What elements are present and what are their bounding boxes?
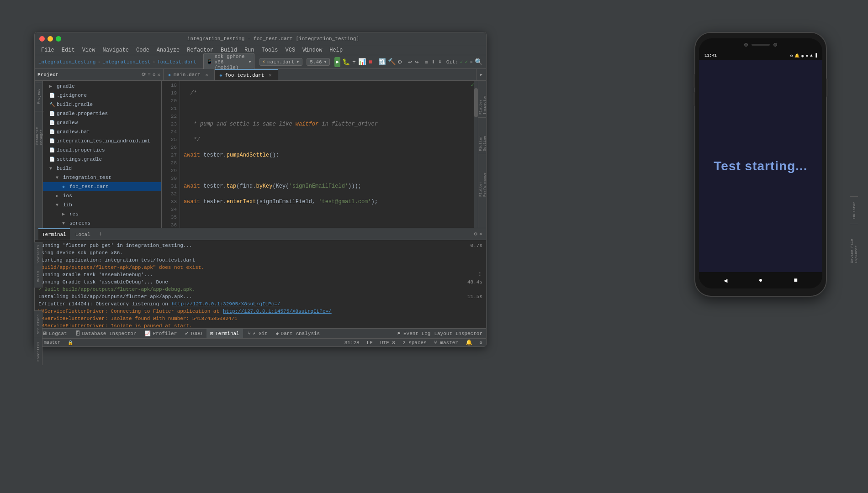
back-button[interactable]: ◀ xyxy=(721,276,730,285)
tree-item-screens[interactable]: ▼ screens xyxy=(43,219,161,228)
status-tab-dart-analysis[interactable]: ◆ Dart Analysis xyxy=(272,329,323,339)
tree-item-settings-gradle[interactable]: 📄 settings.gradle xyxy=(43,155,161,164)
flutter-inspector-panel[interactable]: Flutter Inspector xyxy=(478,81,486,117)
breadcrumb-file[interactable]: foo_test.dart xyxy=(157,59,196,65)
power-button[interactable] xyxy=(826,79,828,97)
breadcrumb-project[interactable]: integration_testing xyxy=(38,59,95,65)
vcs-button[interactable]: ⊞ xyxy=(424,58,429,67)
status-tab-git[interactable]: ⑂ ⚡ Git xyxy=(244,329,271,339)
menu-code[interactable]: Code xyxy=(133,45,152,55)
tree-item-res[interactable]: ▶ res xyxy=(43,210,161,219)
variants-panel[interactable]: Variants xyxy=(34,242,42,265)
tree-item-build-gradle[interactable]: 🔨 build.gradle xyxy=(43,100,161,109)
stop-button[interactable]: ■ xyxy=(368,58,373,67)
menu-tools[interactable]: Tools xyxy=(259,45,281,55)
tree-item-foo-test[interactable]: ◆ foo_test.dart xyxy=(43,182,161,191)
tree-item-build[interactable]: ▼ build xyxy=(43,164,161,173)
minimize-button[interactable] xyxy=(48,36,53,42)
menu-file[interactable]: File xyxy=(38,45,57,55)
menu-navigate[interactable]: Navigate xyxy=(100,45,132,55)
tree-item-gradlew[interactable]: 📄 gradlew xyxy=(43,118,161,127)
emulator-panel[interactable]: Emulator xyxy=(850,196,858,224)
device-file-explorer-panel[interactable]: Device File Explorer xyxy=(850,224,858,265)
tree-item-integration-test[interactable]: ▼ integration_test xyxy=(43,173,161,182)
run-config-dropdown[interactable]: ⚡ main.dart ▾ xyxy=(259,58,303,66)
favorites-panel[interactable]: Favorites xyxy=(34,338,42,365)
build-button[interactable]: 🔨 xyxy=(388,58,396,67)
scrollbar[interactable] xyxy=(474,81,478,228)
sdk-dropdown[interactable]: 📱 sdk gphone x86 (mobile) ▾ xyxy=(203,53,255,71)
observatory-link-2[interactable]: http://127.0.0.1:14575/X8suLrqILPc=/ xyxy=(223,308,332,315)
close-panel-icon[interactable]: ✕ xyxy=(157,72,160,78)
menu-edit[interactable]: Edit xyxy=(59,45,78,55)
collapse-icon[interactable]: ≡ xyxy=(148,72,151,78)
breadcrumb-module[interactable]: integration_test xyxy=(102,59,151,65)
notification-icon[interactable]: 🔔 xyxy=(466,339,472,346)
add-terminal-button[interactable]: + xyxy=(96,228,105,240)
flutter-outline-panel[interactable]: Flutter Outline xyxy=(478,117,486,154)
sync-icon[interactable]: ⟳ xyxy=(142,72,146,78)
sidebar-resource-tab[interactable]: Resource Manager xyxy=(35,111,44,147)
layout-inspector-link[interactable]: Layout Inspector xyxy=(434,331,482,336)
tree-item-lib[interactable]: ▼ lib xyxy=(43,200,161,210)
tree-item-ios[interactable]: ▶ ios xyxy=(43,191,161,200)
status-tab-terminal[interactable]: ⊡ Terminal xyxy=(206,329,243,339)
profile-button[interactable]: 📊 xyxy=(358,58,366,67)
term-tab-terminal[interactable]: Terminal xyxy=(38,228,70,240)
home-button[interactable]: ● xyxy=(756,276,765,285)
menu-window[interactable]: Window xyxy=(300,45,325,55)
settings-icon[interactable]: ⚙ xyxy=(474,231,477,237)
code-area[interactable]: 18 19 20 21 22 23 24 25 26 27 28 29 30 3… xyxy=(162,81,478,228)
zoom-dropdown[interactable]: 5.46 ▾ xyxy=(307,58,330,66)
sidebar-project-tab[interactable]: Project xyxy=(36,83,42,110)
tree-item-local-properties[interactable]: 📄 local.properties xyxy=(43,146,161,155)
volume-down-button[interactable] xyxy=(693,92,695,106)
search-button[interactable]: 🔍 xyxy=(475,58,482,67)
build-panel[interactable]: Build xyxy=(34,265,42,288)
menu-help[interactable]: Help xyxy=(327,45,345,55)
tab-main-dart[interactable]: ◆ main.dart ✕ xyxy=(164,69,215,80)
tree-item-android-iml[interactable]: 📄 integration_testing_android.iml xyxy=(43,136,161,146)
tree-item-gitignore[interactable]: 📄 .gitignore xyxy=(43,91,161,100)
status-tab-logcat[interactable]: 🖥 Logcat xyxy=(38,329,71,339)
tab-close-icon[interactable]: ✕ xyxy=(267,72,273,79)
volume-up-button[interactable] xyxy=(693,74,695,88)
maximize-button[interactable] xyxy=(56,36,61,42)
code-content[interactable]: /* * pump and settle is same like waitfo… xyxy=(180,81,474,228)
indent[interactable]: 2 spaces xyxy=(402,340,427,346)
pull-button[interactable]: ⬇ xyxy=(438,58,443,67)
term-tab-local[interactable]: Local xyxy=(72,228,94,240)
settings-button[interactable]: ⚙ xyxy=(397,58,402,67)
flutter-performance-panel[interactable]: Flutter Performance xyxy=(478,154,486,199)
close-icon[interactable]: ✕ xyxy=(479,231,482,237)
undo-button[interactable]: ↩ xyxy=(408,58,413,67)
encoding[interactable]: UTF-8 xyxy=(380,340,395,346)
settings-icon-status[interactable]: ⚙ xyxy=(480,340,482,346)
status-tab-profiler[interactable]: 📈 Profiler xyxy=(141,329,180,339)
structure-panel[interactable]: Structure xyxy=(34,310,42,338)
tab-close-icon[interactable]: ✕ xyxy=(203,72,210,78)
debug-button[interactable]: 🐛 xyxy=(342,58,350,67)
push-button[interactable]: ⬆ xyxy=(431,58,436,67)
line-ending[interactable]: LF xyxy=(367,340,373,346)
menu-view[interactable]: View xyxy=(79,45,98,55)
coverage-button[interactable]: ☂ xyxy=(352,58,357,67)
redo-button[interactable]: ↪ xyxy=(414,58,419,67)
tree-item-gradle[interactable]: ▶ gradle xyxy=(43,82,161,91)
status-tab-database-inspector[interactable]: 🗄 Database Inspector xyxy=(72,329,140,339)
menu-analyze[interactable]: Analyze xyxy=(154,45,182,55)
recents-button[interactable]: ■ xyxy=(791,276,800,285)
sync-button[interactable]: 🔃 xyxy=(378,58,386,67)
menu-vcs[interactable]: VCS xyxy=(283,45,298,55)
tree-item-gradlew-bat[interactable]: 📄 gradlew.bat xyxy=(43,127,161,136)
tab-foo-test-dart[interactable]: ◆ foo_test.dart ✕ xyxy=(215,69,278,80)
status-tab-todo[interactable]: ✔ TODO xyxy=(181,329,206,339)
settings-icon[interactable]: ⚙ xyxy=(153,72,156,78)
close-button[interactable] xyxy=(39,36,45,42)
event-log-link[interactable]: ⚑ Event Log xyxy=(397,330,431,336)
observatory-link-1[interactable]: http://127.0.0.1:32905/X8suLrqILPc=/ xyxy=(172,300,281,308)
right-panel-toggle[interactable]: ▸ xyxy=(476,69,486,81)
run-button[interactable]: ▶ xyxy=(334,57,340,67)
code-line-18: /* xyxy=(184,89,471,97)
tree-item-gradle-properties[interactable]: 📄 gradle.properties xyxy=(43,109,161,118)
